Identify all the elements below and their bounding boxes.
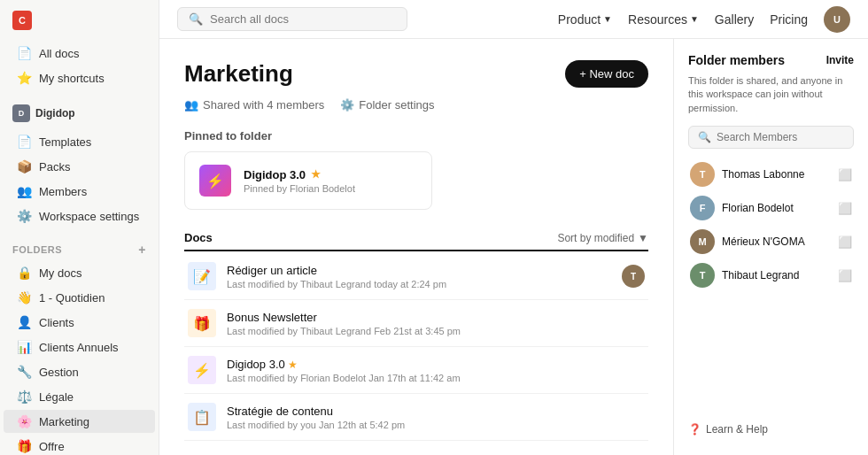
- member-options-2[interactable]: ⬜: [838, 235, 852, 249]
- offre-icon: 🎁: [16, 439, 32, 453]
- learn-help-button[interactable]: ❓ Learn & Help: [688, 416, 854, 436]
- pinned-section: Pinned to folder ⚡ Digidop 3.0 ★ Pinned …: [184, 129, 648, 210]
- resources-label: Resources: [628, 12, 687, 27]
- sidebar-item-packs[interactable]: 📦 Packs: [4, 155, 155, 178]
- learn-help-label: Learn & Help: [706, 423, 768, 436]
- star-icon-digidop30: ★: [288, 359, 298, 371]
- sidebar-item-templates[interactable]: 📄 Templates: [4, 130, 155, 153]
- docs-tab[interactable]: Docs: [184, 231, 213, 244]
- offre-label: Offre: [39, 440, 65, 453]
- member-row-3: T Thibaut Legrand ⬜: [688, 258, 854, 292]
- templates-icon: 📄: [16, 135, 32, 149]
- shared-members[interactable]: 👥 Shared with 4 members: [184, 98, 324, 112]
- sidebar-item-legale[interactable]: ⚖️ Légale: [4, 385, 155, 408]
- clients-icon: 👤: [16, 315, 32, 329]
- logo-box: C: [12, 11, 32, 30]
- workspace-name: Digidop: [35, 107, 75, 120]
- legale-icon: ⚖️: [16, 389, 32, 404]
- marketing-label: Marketing: [39, 415, 89, 428]
- doc-row-strategie[interactable]: 📋 Stratégie de contenu Last modified by …: [184, 394, 648, 441]
- member-options-3[interactable]: ⬜: [838, 269, 852, 282]
- doc-name-strategie: Stratégie de contenu: [227, 405, 645, 418]
- logo-text: C: [19, 15, 26, 26]
- gestion-label: Gestion: [39, 366, 79, 379]
- gestion-icon: 🔧: [16, 365, 32, 379]
- doc-meta-rediger: Last modified by Thibaut Legrand today a…: [227, 279, 611, 289]
- doc-icon-rediger: 📝: [188, 262, 216, 290]
- new-doc-button[interactable]: + New doc: [565, 60, 648, 88]
- folders-section: FOLDERS +: [0, 235, 159, 260]
- gallery-link[interactable]: Gallery: [715, 12, 754, 27]
- sidebar-item-offre[interactable]: 🎁 Offre: [4, 435, 155, 455]
- sidebar-item-gestion[interactable]: 🔧 Gestion: [4, 360, 155, 383]
- members-icon: 👥: [16, 184, 32, 198]
- member-options-0[interactable]: ⬜: [838, 168, 852, 181]
- help-icon: ❓: [688, 423, 701, 436]
- sidebar-item-my-docs[interactable]: 🔒 My docs: [4, 261, 155, 284]
- sidebar-item-workspace-settings[interactable]: ⚙️ Workspace settings: [4, 204, 155, 228]
- logo[interactable]: C: [0, 0, 159, 41]
- search-icon: 🔍: [189, 12, 203, 26]
- pricing-link[interactable]: Pricing: [770, 12, 808, 27]
- search-bar[interactable]: 🔍: [177, 7, 407, 31]
- invite-button[interactable]: Invite: [826, 54, 854, 66]
- packs-icon: 📦: [16, 159, 32, 174]
- member-search-icon: 🔍: [698, 131, 711, 143]
- doc-row-digidop30[interactable]: ⚡ Digidop 3.0 ★ Last modified by Florian…: [184, 347, 648, 394]
- sidebar-item-all-docs[interactable]: 📄 All docs: [4, 42, 155, 65]
- my-docs-label: My docs: [39, 266, 81, 280]
- clients-annuels-icon: 📊: [16, 340, 32, 354]
- sidebar-item-members[interactable]: 👥 Members: [4, 180, 155, 203]
- pinned-card[interactable]: ⚡ Digidop 3.0 ★ Pinned by Florian Bodelo…: [184, 151, 432, 210]
- folder-settings[interactable]: ⚙️ Folder settings: [340, 98, 434, 112]
- my-docs-icon: 🔒: [16, 266, 32, 280]
- workspace-settings-icon: ⚙️: [16, 209, 32, 223]
- doc-info-rediger: Rédiger un article Last modified by Thib…: [227, 264, 611, 289]
- member-search-input[interactable]: [717, 131, 844, 143]
- add-folder-button[interactable]: +: [138, 243, 146, 257]
- member-avatar-0: T: [690, 162, 715, 187]
- sort-button[interactable]: Sort by modified ▼: [557, 232, 648, 244]
- sidebar-item-clients[interactable]: 👤 Clients: [4, 311, 155, 334]
- panel-description: This folder is shared, and anyone in thi…: [688, 74, 854, 115]
- pinned-doc-name: Digidop 3.0 ★: [244, 168, 355, 181]
- doc-row-rediger[interactable]: 📝 Rédiger un article Last modified by Th…: [184, 253, 648, 300]
- quotidien-icon: 👋: [16, 290, 32, 305]
- sidebar-item-my-shortcuts[interactable]: ⭐ My shortcuts: [4, 66, 155, 89]
- sidebar: C 📄 All docs ⭐ My shortcuts D Digidop 📄 …: [0, 0, 159, 455]
- member-row-2: M Mérieux N'GOMA ⬜: [688, 225, 854, 258]
- member-name-2: Mérieux N'GOMA: [722, 235, 831, 248]
- shared-label: Shared with 4 members: [203, 98, 324, 112]
- clients-label: Clients: [39, 316, 74, 329]
- sort-chevron-icon: ▼: [638, 232, 648, 244]
- all-docs-label: All docs: [39, 47, 80, 60]
- topnav: 🔍 Product ▼ Resources ▼ Gallery Pricing …: [159, 0, 868, 39]
- panel-header: Folder members Invite: [688, 53, 854, 67]
- doc-name-digidop30: Digidop 3.0 ★: [227, 358, 645, 371]
- search-input[interactable]: [210, 12, 396, 26]
- sidebar-item-clients-annuels[interactable]: 📊 Clients Annuels: [4, 335, 155, 359]
- clients-annuels-label: Clients Annuels: [39, 341, 119, 354]
- member-name-3: Thibaut Legrand: [722, 269, 831, 281]
- right-panel: Folder members Invite This folder is sha…: [673, 39, 868, 455]
- doc-row-bonus[interactable]: 🎁 Bonus Newsletter Last modified by Thib…: [184, 300, 648, 347]
- pinned-doc-icon: ⚡: [199, 165, 231, 197]
- packs-label: Packs: [39, 160, 70, 174]
- sidebar-item-marketing[interactable]: 🌸 Marketing: [4, 410, 155, 433]
- star-icon: ★: [311, 168, 321, 181]
- pinned-section-label: Pinned to folder: [184, 129, 648, 143]
- sidebar-item-quotidien[interactable]: 👋 1 - Quotidien: [4, 286, 155, 309]
- member-row-0: T Thomas Labonne ⬜: [688, 158, 854, 191]
- doc-icon-strategie: 📋: [188, 403, 216, 431]
- resources-menu[interactable]: Resources ▼: [628, 12, 699, 27]
- sort-label: Sort by modified: [557, 232, 634, 244]
- shared-icon: 👥: [184, 98, 198, 112]
- member-options-1[interactable]: ⬜: [838, 202, 852, 215]
- product-menu[interactable]: Product ▼: [558, 12, 612, 27]
- nav-right: Product ▼ Resources ▼ Gallery Pricing U: [558, 6, 850, 33]
- member-avatar-1: F: [690, 196, 715, 220]
- doc-avatar-rediger: T: [622, 265, 645, 288]
- shortcuts-label: My shortcuts: [39, 72, 105, 85]
- member-search[interactable]: 🔍: [688, 126, 854, 149]
- user-avatar[interactable]: U: [824, 6, 850, 33]
